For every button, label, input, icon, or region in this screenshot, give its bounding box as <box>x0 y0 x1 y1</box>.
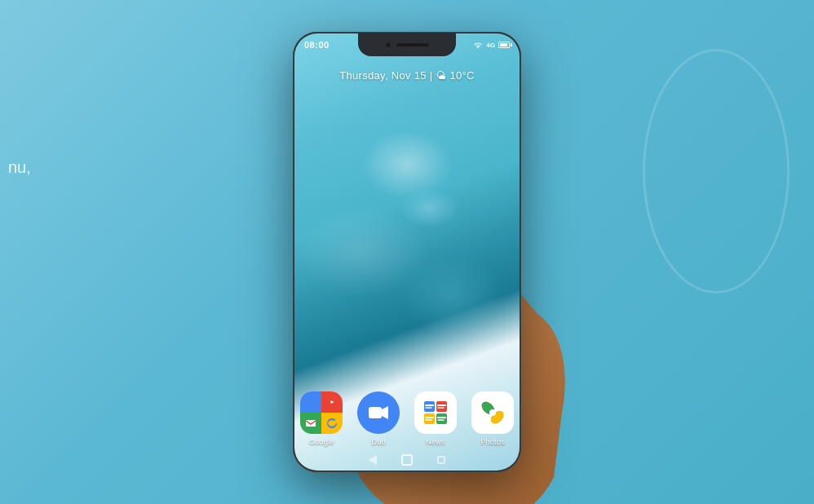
phone-screen: 08:00 4G <box>294 33 520 471</box>
news-app[interactable]: News <box>414 391 457 446</box>
lte-badge: 4G <box>486 42 495 49</box>
duo-app-label: Duo <box>371 437 385 446</box>
battery-fill <box>500 43 507 46</box>
camera-dot <box>385 42 392 48</box>
news-app-label: News <box>426 437 445 446</box>
duo-app[interactable]: Duo <box>357 391 400 446</box>
svg-point-22 <box>489 409 496 416</box>
back-button[interactable] <box>369 455 377 465</box>
google-icon-q2 <box>321 391 343 413</box>
svg-rect-3 <box>369 407 382 418</box>
photos-pinwheel-svg <box>478 398 507 427</box>
duo-video-icon <box>367 401 390 424</box>
duo-icon <box>357 391 400 434</box>
google-app[interactable]: Google <box>300 391 343 446</box>
svg-rect-9 <box>436 413 447 424</box>
battery-icon <box>498 42 510 48</box>
phone-in-hand: 08:00 4G <box>293 32 521 472</box>
phone-inner: 08:00 4G <box>294 33 520 471</box>
left-partial-text: nu, <box>8 155 31 179</box>
date-weather-widget: Thursday, Nov 15 | 🌤 10°C <box>294 68 520 82</box>
status-icons: 4G <box>473 41 510 49</box>
google-icon-q3 <box>300 413 321 434</box>
photos-app-label: Photos <box>480 437 505 446</box>
svg-rect-8 <box>424 413 435 424</box>
google-icon <box>300 391 343 434</box>
google-icon-q1 <box>300 391 321 413</box>
date-weather-text: Thursday, Nov 15 | 🌤 10°C <box>339 69 474 82</box>
news-icon-svg <box>420 397 451 428</box>
phone-frame: 08:00 4G <box>293 32 521 472</box>
home-button[interactable] <box>401 454 413 466</box>
svg-rect-2 <box>306 420 316 427</box>
recents-button[interactable] <box>437 456 445 464</box>
google-icon-q4 <box>321 413 343 434</box>
news-icon <box>414 391 457 434</box>
photos-icon <box>471 391 514 434</box>
decorative-shape <box>643 49 790 294</box>
app-dock: Google Duo <box>294 391 520 446</box>
phone-notch <box>358 33 456 56</box>
svg-marker-4 <box>382 406 388 419</box>
nav-bar <box>294 454 520 466</box>
pinwheel <box>478 398 507 427</box>
wifi-icon <box>473 41 483 49</box>
photos-app[interactable]: Photos <box>471 391 514 446</box>
svg-rect-6 <box>424 401 435 412</box>
svg-rect-7 <box>436 401 447 412</box>
speaker-bar <box>396 43 429 46</box>
status-time: 08:00 <box>304 40 330 50</box>
google-app-label: Google <box>309 437 334 446</box>
